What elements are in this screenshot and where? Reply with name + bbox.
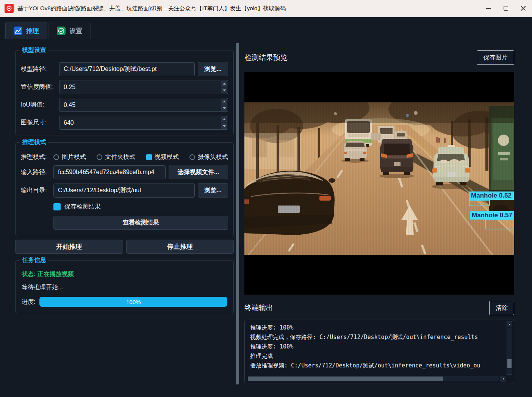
arrow-up-icon bbox=[223, 100, 226, 102]
image-size-spinbox[interactable] bbox=[59, 116, 228, 130]
tabbar: 推理 设置 bbox=[5, 22, 92, 39]
terminal-line: 播放推理视频: C:/Users/712/Desktop/测试/out\infe… bbox=[250, 361, 505, 370]
clear-terminal-button[interactable]: 清除 bbox=[489, 301, 514, 315]
radio-icon bbox=[97, 154, 102, 160]
tab-inference-label: 推理 bbox=[26, 27, 39, 35]
scrollbar-thumb[interactable] bbox=[248, 377, 443, 381]
model-browse-button[interactable]: 浏览... bbox=[198, 62, 228, 76]
task-info-group: 任务信息 状态: 正在播放视频 等待推理开始... 进度: 100% bbox=[15, 260, 234, 313]
arrow-up-icon bbox=[509, 324, 511, 325]
view-results-button[interactable]: 查看检测结果 bbox=[53, 216, 228, 230]
maximize-icon bbox=[504, 6, 508, 11]
mode-option-image[interactable]: 图片模式 bbox=[53, 153, 86, 161]
progress-label: 进度: bbox=[22, 298, 35, 306]
titlebar: 基于YOLOv8的路面缺陷(路面裂缝、井盖、坑洼路面)识别—关注公众号【IT掌门… bbox=[0, 0, 532, 17]
spin-down-button[interactable] bbox=[221, 105, 227, 111]
maximize-button[interactable] bbox=[497, 0, 515, 17]
window-controls bbox=[480, 0, 532, 17]
spin-down-button[interactable] bbox=[221, 123, 227, 129]
model-path-label: 模型路径: bbox=[21, 65, 59, 73]
start-inference-button[interactable]: 开始推理 bbox=[15, 240, 123, 254]
task-message: 等待推理开始... bbox=[22, 284, 227, 292]
results-panel: 检测结果预览 保存图片 bbox=[244, 42, 514, 383]
mode-option-camera[interactable]: 摄像头模式 bbox=[189, 153, 228, 161]
detection-label: Manhole 0.57 bbox=[470, 211, 514, 220]
image-size-input[interactable] bbox=[59, 116, 228, 130]
output-browse-button[interactable]: 浏览... bbox=[198, 183, 228, 198]
tab-settings[interactable]: 设置 bbox=[49, 22, 91, 39]
video-frame bbox=[244, 102, 514, 255]
mode-option-video[interactable]: 视频模式 bbox=[146, 153, 179, 161]
spin-down-button[interactable] bbox=[221, 88, 227, 94]
tab-inference[interactable]: 推理 bbox=[5, 22, 47, 39]
iou-label: IoU阈值: bbox=[21, 101, 59, 109]
terminal-line: 视频处理完成，保存路径: C:/Users/712/Desktop/测试/out… bbox=[250, 333, 505, 342]
scroll-up-button[interactable] bbox=[507, 322, 512, 327]
input-path-input[interactable] bbox=[53, 165, 166, 179]
scrollbar-track[interactable] bbox=[507, 328, 512, 375]
save-image-button[interactable]: 保存图片 bbox=[477, 50, 514, 65]
spin-up-button[interactable] bbox=[221, 99, 227, 105]
confidence-input[interactable] bbox=[59, 80, 228, 94]
terminal-title: 终端输出 bbox=[244, 303, 273, 313]
app-logo-icon bbox=[5, 4, 14, 13]
save-results-row[interactable]: 保存检测结果 bbox=[53, 203, 228, 211]
progress-fill: 100% bbox=[39, 297, 227, 307]
mode-label: 推理模式: bbox=[21, 153, 53, 161]
terminal-line: 推理进度: 100% bbox=[250, 323, 505, 333]
terminal-output[interactable]: 推理进度: 100% 视频处理完成，保存路径: C:/Users/712/Des… bbox=[244, 320, 514, 383]
terminal-line: 推理完成 bbox=[250, 351, 505, 361]
arrow-down-icon bbox=[223, 107, 226, 109]
save-results-label: 保存检测结果 bbox=[64, 203, 101, 211]
inference-mode-title: 推理模式 bbox=[20, 138, 48, 146]
inference-panel: 模型设置 模型路径: 浏览... 置信度阈值: IoU阈值: bbox=[15, 42, 234, 313]
terminal-vertical-scrollbar[interactable] bbox=[507, 322, 512, 375]
chart-icon bbox=[14, 27, 22, 35]
select-video-button[interactable]: 选择视频文件... bbox=[169, 165, 228, 179]
scroll-right-button[interactable] bbox=[501, 376, 506, 381]
mode-option-label: 文件夹模式 bbox=[105, 153, 135, 161]
mode-option-label: 视频模式 bbox=[155, 153, 179, 161]
minimize-icon bbox=[486, 8, 491, 9]
spin-up-button[interactable] bbox=[221, 81, 227, 87]
left-panel-scrollbar[interactable] bbox=[236, 43, 239, 384]
spin-up-button[interactable] bbox=[221, 116, 227, 122]
terminal-horizontal-scrollbar[interactable] bbox=[248, 376, 499, 381]
iou-spinbox[interactable] bbox=[59, 98, 228, 112]
scrollbar-thumb[interactable] bbox=[507, 359, 512, 368]
detection-bbox bbox=[469, 200, 490, 206]
radio-icon bbox=[53, 154, 59, 160]
radio-icon bbox=[189, 154, 195, 160]
inference-mode-group: 推理模式 推理模式: 图片模式 文件夹模式 视频模式 摄像头模式 bbox=[15, 142, 234, 236]
confidence-label: 置信度阈值: bbox=[21, 83, 59, 91]
model-path-input[interactable] bbox=[59, 62, 195, 76]
video-preview: Manhole 0.52 Manhole 0.57 bbox=[244, 72, 514, 295]
mode-options: 图片模式 文件夹模式 视频模式 摄像头模式 bbox=[53, 153, 228, 161]
input-path-label: 输入路径: bbox=[21, 168, 53, 176]
detection-bbox bbox=[485, 220, 514, 229]
output-dir-input[interactable] bbox=[53, 184, 195, 198]
mode-option-folder[interactable]: 文件夹模式 bbox=[97, 153, 135, 161]
minimize-button[interactable] bbox=[480, 0, 497, 17]
status-text: 状态: 正在播放视频 bbox=[22, 270, 227, 278]
save-results-checkbox[interactable] bbox=[53, 203, 61, 210]
detection-label: Manhole 0.52 bbox=[469, 191, 514, 200]
mode-option-label: 摄像头模式 bbox=[198, 153, 228, 161]
close-icon bbox=[520, 5, 526, 11]
close-button[interactable] bbox=[515, 0, 532, 17]
model-settings-title: 模型设置 bbox=[20, 46, 48, 54]
radio-icon bbox=[146, 154, 152, 160]
progress-bar: 100% bbox=[39, 297, 227, 307]
mode-option-label: 图片模式 bbox=[62, 153, 86, 161]
arrow-down-icon bbox=[223, 125, 226, 127]
check-circle-icon bbox=[57, 27, 66, 35]
image-size-label: 图像尺寸: bbox=[21, 119, 59, 127]
confidence-spinbox[interactable] bbox=[59, 80, 228, 94]
tab-settings-label: 设置 bbox=[69, 27, 82, 35]
iou-input[interactable] bbox=[59, 98, 228, 112]
arrow-up-icon bbox=[223, 118, 226, 120]
task-info-title: 任务信息 bbox=[20, 256, 48, 264]
stop-inference-button[interactable]: 停止推理 bbox=[126, 240, 234, 254]
output-dir-label: 输出目录: bbox=[21, 187, 53, 195]
window-title: 基于YOLOv8的路面缺陷(路面裂缝、井盖、坑洼路面)识别—关注公众号【IT掌门… bbox=[17, 5, 480, 12]
